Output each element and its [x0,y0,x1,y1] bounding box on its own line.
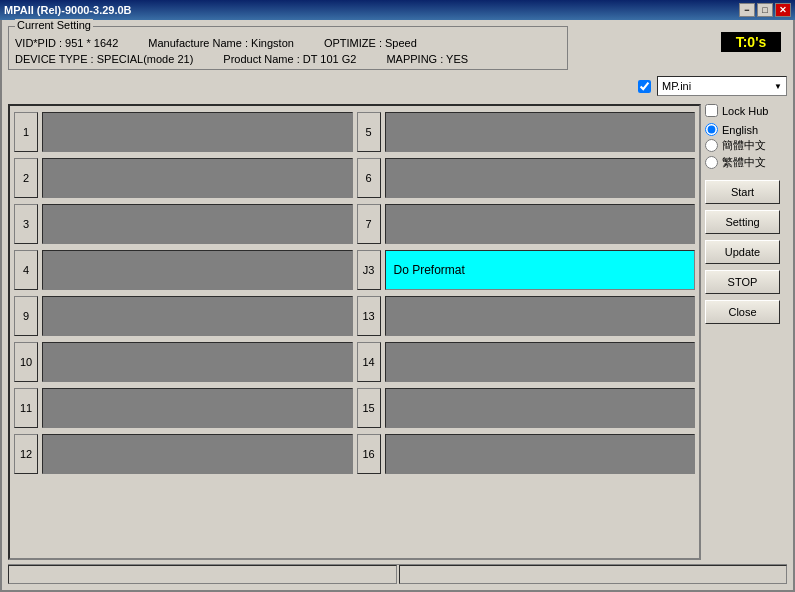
slot-bar-J3: Do Preformat [385,250,696,290]
title-bar: MPAII (Rel)-9000-3.29.0B − □ ✕ [0,0,795,20]
maximize-button[interactable]: □ [757,3,773,17]
slot-bar-3 [42,204,353,244]
slot-bar-9 [42,296,353,336]
slot-row: 10 [14,340,353,384]
right-panel: Lock Hub English 簡體中文 繁體中文 Start S [705,104,787,560]
slot-row: J3Do Preformat [357,248,696,292]
slot-row: 4 [14,248,353,292]
slot-bar-7 [385,204,696,244]
slot-number-6[interactable]: 6 [357,158,381,198]
slot-bar-5 [385,112,696,152]
slot-row: 13 [357,294,696,338]
slots-right-column: 567J3Do Preformat13141516 [357,110,696,554]
lock-hub-checkbox[interactable] [705,104,718,117]
content-area: 12349101112 567J3Do Preformat13141516 Lo… [8,104,787,560]
slot-number-11[interactable]: 11 [14,388,38,428]
close-button-main[interactable]: Close [705,300,780,324]
slot-row: 14 [357,340,696,384]
minimize-button[interactable]: − [739,3,755,17]
status-right [399,565,788,584]
language-english[interactable]: English [705,123,787,136]
language-simplified-chinese[interactable]: 簡體中文 [705,138,787,153]
radio-traditional-chinese[interactable] [705,156,718,169]
label-english: English [722,124,758,136]
slot-bar-1 [42,112,353,152]
slots-left-column: 12349101112 [14,110,353,554]
main-window: Current Setting VID*PID : 951 * 1642 Man… [0,20,795,592]
slot-number-4[interactable]: 4 [14,250,38,290]
mapping: MAPPING : YES [386,53,468,65]
slot-row: 16 [357,432,696,476]
slot-row: 9 [14,294,353,338]
title-bar-text: MPAII (Rel)-9000-3.29.0B [4,4,132,16]
title-bar-controls: − □ ✕ [739,3,791,17]
timer-display: T:0's [721,32,781,52]
slot-number-10[interactable]: 10 [14,342,38,382]
slot-number-1[interactable]: 1 [14,112,38,152]
current-setting-group: Current Setting VID*PID : 951 * 1642 Man… [8,26,568,70]
manufacture-name: Manufacture Name : Kingston [148,37,294,49]
slot-row: 15 [357,386,696,430]
close-button[interactable]: ✕ [775,3,791,17]
slot-number-7[interactable]: 7 [357,204,381,244]
slot-number-2[interactable]: 2 [14,158,38,198]
slot-row: 11 [14,386,353,430]
slot-bar-4 [42,250,353,290]
stop-button[interactable]: STOP [705,270,780,294]
start-button[interactable]: Start [705,180,780,204]
slot-number-16[interactable]: 16 [357,434,381,474]
product-name: Product Name : DT 101 G2 [223,53,356,65]
slot-number-J3[interactable]: J3 [357,250,381,290]
slot-row: 7 [357,202,696,246]
current-setting-label: Current Setting [15,19,93,31]
language-traditional-chinese[interactable]: 繁體中文 [705,155,787,170]
slot-number-3[interactable]: 3 [14,204,38,244]
slot-bar-13 [385,296,696,336]
slot-bar-14 [385,342,696,382]
slot-row: 3 [14,202,353,246]
label-simplified-chinese: 簡體中文 [722,138,766,153]
slot-bar-12 [42,434,353,474]
slot-number-13[interactable]: 13 [357,296,381,336]
radio-english[interactable] [705,123,718,136]
slot-number-14[interactable]: 14 [357,342,381,382]
slot-number-5[interactable]: 5 [357,112,381,152]
language-radio-group: English 簡體中文 繁體中文 [705,123,787,170]
slots-panel: 12349101112 567J3Do Preformat13141516 [8,104,701,560]
optimize: OPTIMIZE : Speed [324,37,417,49]
status-left [8,565,397,584]
slot-bar-15 [385,388,696,428]
slot-bar-6 [385,158,696,198]
slot-bar-11 [42,388,353,428]
lock-hub-label: Lock Hub [722,105,768,117]
slot-bar-10 [42,342,353,382]
slot-row: 12 [14,432,353,476]
label-traditional-chinese: 繁體中文 [722,155,766,170]
mp-ini-checkbox[interactable] [638,80,651,93]
slot-row: 6 [357,156,696,200]
slot-number-9[interactable]: 9 [14,296,38,336]
device-type: DEVICE TYPE : SPECIAL(mode 21) [15,53,193,65]
mp-ini-dropdown[interactable]: MP.ini ▼ [657,76,787,96]
update-button[interactable]: Update [705,240,780,264]
radio-simplified-chinese[interactable] [705,139,718,152]
slot-row: 5 [357,110,696,154]
slot-bar-2 [42,158,353,198]
slot-number-12[interactable]: 12 [14,434,38,474]
mp-ini-dropdown-arrow: ▼ [774,82,782,91]
status-bar [8,564,787,584]
setting-button[interactable]: Setting [705,210,780,234]
mp-ini-value: MP.ini [662,80,691,92]
slot-bar-16 [385,434,696,474]
vid-pid: VID*PID : 951 * 1642 [15,37,118,49]
slot-number-15[interactable]: 15 [357,388,381,428]
slot-row: 2 [14,156,353,200]
slot-row: 1 [14,110,353,154]
mp-ini-row: MP.ini ▼ [8,76,787,96]
lock-hub-area: Lock Hub [705,104,787,117]
